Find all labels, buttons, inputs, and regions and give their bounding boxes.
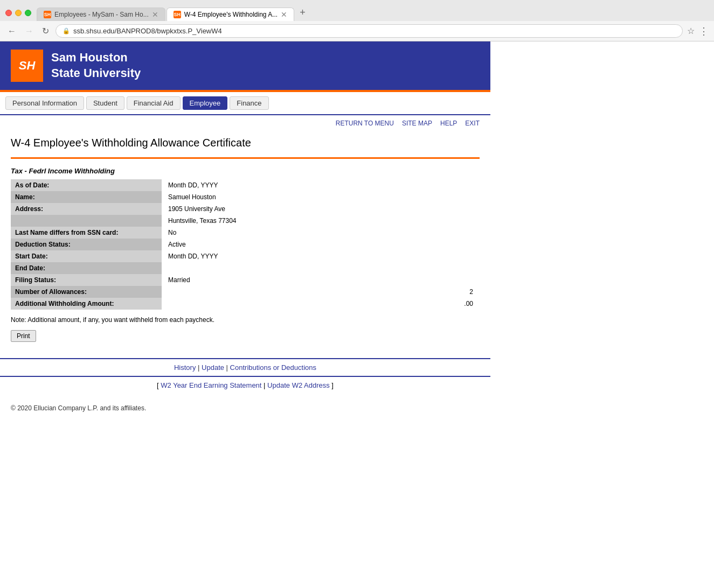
logo-text: SH <box>19 59 36 73</box>
field-label-additional-withholding: Additional Withholding Amount: <box>11 298 162 310</box>
table-row: Additional Withholding Amount: .00 <box>11 298 480 310</box>
update-w2-address-link[interactable]: Update W2 Address <box>267 381 330 389</box>
field-label-address: Address: <box>11 203 162 215</box>
update-link[interactable]: Update <box>202 363 224 372</box>
browser-titlebar: SH Employees - MySam - Sam Ho... ✕ SH W-… <box>0 0 714 21</box>
new-tab-button[interactable]: + <box>295 4 310 21</box>
nav-student[interactable]: Student <box>86 96 124 110</box>
lock-icon: 🔒 <box>63 27 70 34</box>
field-label-name: Name: <box>11 191 162 203</box>
browser-addressbar: ← → ↻ 🔒 ssb.shsu.edu/BANPROD8/bwpkxtxs.P… <box>0 21 714 41</box>
w2-year-end-link[interactable]: W2 Year End Earning Statement <box>161 381 261 389</box>
tab-close-2[interactable]: ✕ <box>281 11 287 18</box>
table-row: Filing Status: Married <box>11 274 480 286</box>
field-label-filing-status: Filing Status: <box>11 274 162 286</box>
browser-tabs: SH Employees - MySam - Sam Ho... ✕ SH W-… <box>37 4 310 21</box>
bottom-navigation: History | Update | Contributions or Dedu… <box>0 358 490 377</box>
tab-label-2: W-4 Employee's Withholding A... <box>184 11 278 18</box>
university-logo: SH <box>11 50 43 82</box>
history-link[interactable]: History <box>174 363 196 372</box>
nav-personal-information[interactable]: Personal Information <box>5 96 84 110</box>
info-table: As of Date: Month DD, YYYY Name: Samuel … <box>11 179 480 310</box>
separator-1: | <box>198 363 202 372</box>
field-label-end-date: End Date: <box>11 262 162 274</box>
form-content: Tax - Fedrl Income Withholding As of Dat… <box>0 159 490 350</box>
top-links-bar: RETURN TO MENU SITE MAP HELP EXIT <box>0 115 490 131</box>
tab-label-1: Employees - MySam - Sam Ho... <box>54 11 149 18</box>
bracket-open: [ <box>157 381 159 389</box>
exit-link[interactable]: EXIT <box>465 120 480 127</box>
field-label-start-date: Start Date: <box>11 250 162 262</box>
help-link[interactable]: HELP <box>440 120 457 127</box>
browser-tab-1[interactable]: SH Employees - MySam - Sam Ho... ✕ <box>37 8 165 21</box>
table-row: Deduction Status: Active <box>11 239 480 250</box>
bracket-close: ] <box>331 381 334 389</box>
close-window-button[interactable] <box>5 10 12 16</box>
window-controls <box>5 10 31 16</box>
tab-favicon-2: SH <box>174 11 181 18</box>
browser-window: SH Employees - MySam - Sam Ho... ✕ SH W-… <box>0 0 714 423</box>
section-title: Tax - Fedrl Income Withholding <box>11 167 480 175</box>
address-bar[interactable]: 🔒 ssb.shsu.edu/BANPROD8/bwpkxtxs.P_ViewW… <box>56 24 683 38</box>
maximize-window-button[interactable] <box>25 10 31 16</box>
bookmark-button[interactable]: ☆ <box>687 26 695 36</box>
page-title: W-4 Employee's Withholding Allowance Cer… <box>0 131 490 157</box>
reload-button[interactable]: ↻ <box>40 25 51 37</box>
tab-favicon-1: SH <box>44 11 51 18</box>
nav-financial-aid[interactable]: Financial Aid <box>127 96 181 110</box>
page-footer: © 2020 Ellucian Company L.P. and its aff… <box>0 394 490 423</box>
field-value-start-date: Month DD, YYYY <box>162 250 480 262</box>
separator-2: | <box>226 363 230 372</box>
address-text: ssb.shsu.edu/BANPROD8/bwpkxtxs.P_ViewW4 <box>73 27 222 35</box>
nav-finance[interactable]: Finance <box>230 96 268 110</box>
field-value-deduction-status: Active <box>162 239 480 250</box>
field-value-as-of-date: Month DD, YYYY <box>162 179 480 191</box>
page-content: SH Sam HoustonState University Personal … <box>0 41 714 423</box>
field-label-address2 <box>11 215 162 227</box>
table-row: Name: Samuel Houston <box>11 191 480 203</box>
forward-button[interactable]: → <box>23 25 36 37</box>
field-label-allowances: Number of Allowances: <box>11 286 162 298</box>
back-button[interactable]: ← <box>5 25 18 37</box>
contributions-deductions-link[interactable]: Contributions or Deductions <box>230 363 316 372</box>
field-value-allowances: 2 <box>162 286 480 298</box>
field-value-address2: Huntsville, Texas 77304 <box>162 215 480 227</box>
university-name: Sam HoustonState University <box>51 50 141 81</box>
nav-employee[interactable]: Employee <box>183 96 228 110</box>
table-row: Huntsville, Texas 77304 <box>11 215 480 227</box>
field-value-additional-withholding: .00 <box>162 298 480 310</box>
field-value-filing-status: Married <box>162 274 480 286</box>
table-row: As of Date: Month DD, YYYY <box>11 179 480 191</box>
field-label-as-of-date: As of Date: <box>11 179 162 191</box>
print-button[interactable]: Print <box>11 330 36 342</box>
withholding-note: Note: Additional amount, if any, you wan… <box>11 314 480 326</box>
field-value-end-date <box>162 262 480 274</box>
footer-text: © 2020 Ellucian Company L.P. and its aff… <box>11 404 146 412</box>
table-row: Start Date: Month DD, YYYY <box>11 250 480 262</box>
return-to-menu-link[interactable]: RETURN TO MENU <box>336 120 394 127</box>
field-label-deduction-status: Deduction Status: <box>11 239 162 250</box>
browser-menu-button[interactable]: ⋮ <box>699 25 709 37</box>
field-value-address1: 1905 University Ave <box>162 203 480 215</box>
minimize-window-button[interactable] <box>15 10 22 16</box>
table-row: Address: 1905 University Ave <box>11 203 480 215</box>
site-map-link[interactable]: SITE MAP <box>402 120 432 127</box>
field-value-name: Samuel Houston <box>162 191 480 203</box>
browser-tab-2[interactable]: SH W-4 Employee's Withholding A... ✕ <box>167 8 294 21</box>
table-row: Number of Allowances: 2 <box>11 286 480 298</box>
main-navigation: Personal Information Student Financial A… <box>0 92 490 115</box>
table-row: Last Name differs from SSN card: No <box>11 227 480 239</box>
site-header: SH Sam HoustonState University <box>0 41 490 90</box>
tab-close-1[interactable]: ✕ <box>152 11 158 18</box>
secondary-navigation: [ W2 Year End Earning Statement | Update… <box>0 377 490 394</box>
field-value-last-name-differs: No <box>162 227 480 239</box>
field-label-last-name-differs: Last Name differs from SSN card: <box>11 227 162 239</box>
table-row: End Date: <box>11 262 480 274</box>
